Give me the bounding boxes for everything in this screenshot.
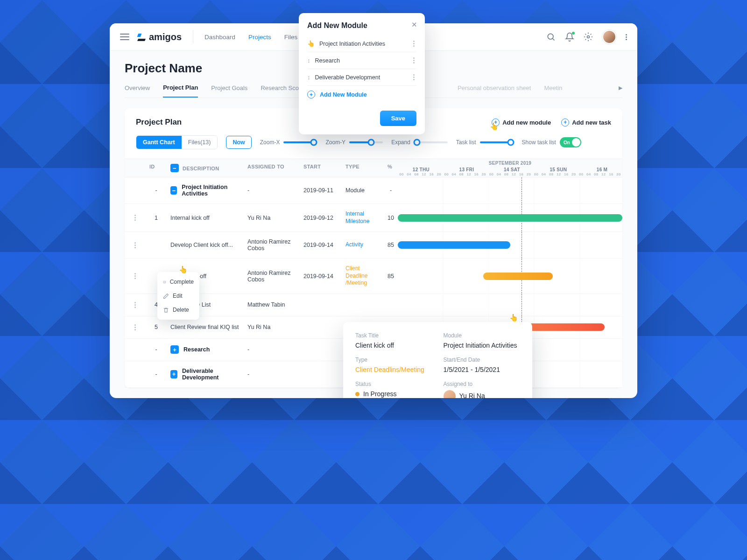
- col-id: ID: [146, 159, 167, 177]
- tabs-scroll-right-icon[interactable]: ▶: [619, 85, 622, 97]
- gantt-bar[interactable]: [483, 273, 553, 280]
- tab-observation[interactable]: Personal observation sheet: [458, 84, 531, 97]
- row-kebab-icon[interactable]: [133, 273, 138, 279]
- row-timeline: [398, 232, 622, 259]
- files-button[interactable]: Files(13): [182, 136, 218, 149]
- row-id: -: [146, 339, 167, 361]
- expand-label: Expand: [391, 139, 410, 146]
- nav-projects[interactable]: Projects: [248, 34, 271, 41]
- row-id: 5: [146, 316, 167, 339]
- toggle-module-icon[interactable]: [170, 186, 177, 195]
- row-kebab-cell: [125, 232, 146, 259]
- row-assigned: -: [244, 339, 300, 361]
- tasklist-slider[interactable]: [480, 141, 514, 143]
- close-icon[interactable]: ✕: [411, 21, 417, 29]
- module-row[interactable]: 👆Project Initiation Activities: [307, 35, 416, 52]
- tab-project-plan[interactable]: Project Plan: [163, 84, 198, 98]
- showlist-label: Show task list: [522, 139, 556, 146]
- row-pct: 85: [384, 232, 398, 259]
- add-task-button[interactable]: + Add new task: [561, 119, 611, 126]
- plus-ring-icon: +: [492, 119, 500, 126]
- row-desc: Research: [167, 339, 244, 361]
- row-assigned: Antonio Ramirez Cobos: [244, 259, 300, 294]
- drag-icon: 👆: [307, 40, 315, 47]
- add-module-link[interactable]: +Add New Module: [307, 86, 416, 103]
- logo-mark-icon: [138, 33, 146, 41]
- menu-icon[interactable]: [120, 34, 129, 40]
- plus-ring-icon: +: [561, 119, 569, 126]
- row-kebab-icon[interactable]: [133, 324, 138, 330]
- module-row[interactable]: ↕Deliverable Development: [307, 69, 416, 86]
- add-module-button[interactable]: + Add new module 👆: [492, 119, 551, 126]
- ctx-complete[interactable]: Complete: [157, 275, 199, 289]
- row-more-icon[interactable]: [411, 57, 416, 63]
- col-desc: DESCRIPTION: [167, 159, 244, 177]
- row-desc: Internal kick off: [167, 204, 244, 232]
- ctx-delete[interactable]: Delete: [157, 303, 199, 317]
- drag-icon: ↕: [307, 57, 310, 64]
- zoom-y-slider[interactable]: [349, 141, 383, 143]
- plus-ring-icon: +: [307, 91, 315, 98]
- gantt-bar[interactable]: [523, 323, 604, 331]
- panel-title: Project Plan: [136, 118, 182, 127]
- save-button[interactable]: Save: [380, 111, 416, 126]
- tab-project-goals[interactable]: Project Goals: [211, 84, 247, 97]
- expand-slider[interactable]: [414, 141, 448, 143]
- nav-dashboard[interactable]: Dashboard: [204, 34, 235, 41]
- row-more-icon[interactable]: [411, 41, 416, 47]
- row-kebab-icon[interactable]: [133, 215, 138, 221]
- row-timeline: [398, 259, 622, 294]
- show-tasklist-toggle[interactable]: On: [560, 137, 581, 147]
- nav-files[interactable]: Files: [284, 34, 298, 41]
- row-type: Activity: [342, 232, 384, 259]
- row-pct: -: [384, 177, 398, 204]
- tab-meeting[interactable]: Meetin: [544, 84, 562, 97]
- col-assigned: ASSIGNED TO: [244, 159, 300, 177]
- view-segment: Gantt Chart Files(13): [136, 135, 218, 149]
- row-type: Client Deadline /Meeting: [342, 259, 384, 294]
- pop-type: Client Deadlins/Meeting: [355, 366, 432, 373]
- row-more-icon[interactable]: [411, 74, 416, 80]
- now-line: [521, 177, 522, 203]
- ctx-edit[interactable]: Edit: [157, 289, 199, 303]
- row-assigned: Yu Ri Na: [244, 204, 300, 232]
- avatar[interactable]: [602, 30, 616, 44]
- row-kebab-cell: [125, 361, 146, 388]
- now-line: [521, 294, 522, 316]
- collapse-all-icon[interactable]: [170, 164, 179, 172]
- now-button[interactable]: Now: [226, 136, 251, 149]
- toggle-module-icon[interactable]: [170, 370, 177, 378]
- gantt-chart-button[interactable]: Gantt Chart: [136, 136, 182, 149]
- gantt-bar[interactable]: [398, 241, 510, 249]
- tab-overview[interactable]: Overview: [125, 84, 150, 97]
- search-icon[interactable]: [546, 32, 556, 42]
- svg-point-0: [548, 34, 553, 39]
- bell-icon[interactable]: [565, 32, 574, 42]
- timeline-month: September 2019: [398, 159, 622, 167]
- logo[interactable]: amigos: [138, 32, 182, 42]
- zoom-x-slider[interactable]: [283, 141, 317, 143]
- col-pct: %: [384, 159, 398, 177]
- toggle-module-icon[interactable]: [170, 345, 179, 354]
- gantt-bar[interactable]: [398, 214, 622, 222]
- module-row[interactable]: ↕Research: [307, 52, 416, 69]
- row-assigned: -: [244, 361, 300, 388]
- row-desc: Deliverable Development: [167, 361, 244, 388]
- svg-rect-2: [163, 281, 165, 283]
- gear-icon[interactable]: [584, 32, 593, 42]
- row-kebab-icon[interactable]: [133, 302, 138, 308]
- row-pct: [384, 294, 398, 316]
- pop-assigned: Yu Ri Na: [444, 390, 521, 398]
- divider: [193, 30, 193, 43]
- row-kebab-icon[interactable]: [133, 242, 138, 248]
- row-timeline: [398, 177, 622, 204]
- more-icon[interactable]: [626, 34, 627, 40]
- row-kebab-cell: [125, 294, 146, 316]
- drag-icon: ↕: [307, 74, 310, 81]
- row-type: [342, 294, 384, 316]
- pop-module: Project Initiation Activities: [444, 342, 521, 349]
- row-kebab-cell: [125, 204, 146, 232]
- add-task-label: Add new task: [572, 119, 611, 126]
- col-type: TYPE: [342, 159, 384, 177]
- row-pct: 10: [384, 204, 398, 232]
